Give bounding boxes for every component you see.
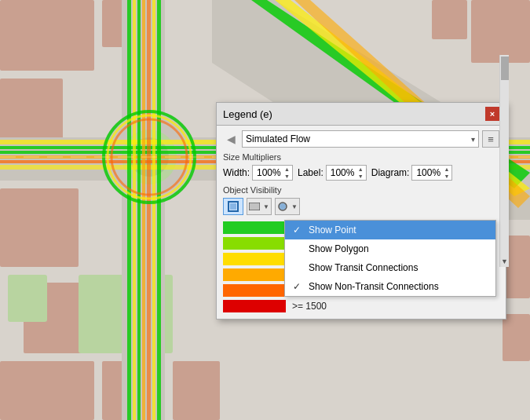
color-bar-yellow bbox=[223, 253, 286, 265]
entry-label-red: >= 1500 bbox=[292, 301, 327, 312]
diagram-down-arrow[interactable]: ▼ bbox=[443, 173, 450, 180]
svg-rect-12 bbox=[8, 275, 47, 322]
width-size-item: Width: 100% ▲ ▼ bbox=[223, 165, 293, 181]
vis-circle-dropdown[interactable]: ▼ bbox=[275, 198, 300, 215]
size-multipliers-row: Width: 100% ▲ ▼ Label: 100% ▲ ▼ bbox=[223, 165, 499, 181]
svg-point-40 bbox=[280, 203, 286, 210]
color-bar-orange bbox=[223, 268, 286, 281]
color-bar-darkorange bbox=[223, 284, 286, 297]
label-size-item: Label: 100% ▲ ▼ bbox=[298, 165, 367, 181]
svg-rect-8 bbox=[173, 361, 220, 420]
label-spinner[interactable]: 100% ▲ ▼ bbox=[326, 165, 367, 181]
dropdown-item-show-point[interactable]: ✓ Show Point bbox=[285, 221, 495, 239]
label-down-arrow[interactable]: ▼ bbox=[357, 173, 364, 180]
legend-entry-red: >= 1500 bbox=[223, 298, 499, 314]
flow-dropdown[interactable]: Simulated Flow ▾ bbox=[242, 130, 479, 148]
svg-rect-10 bbox=[432, 0, 467, 39]
svg-rect-9 bbox=[471, 0, 530, 63]
label-value: 100% bbox=[328, 167, 355, 178]
label-label: Label: bbox=[298, 167, 323, 178]
diagram-spinner[interactable]: 100% ▲ ▼ bbox=[411, 165, 452, 181]
legend-entries: >= 1500 ✓ Show Point Show Polygon Show T… bbox=[223, 220, 499, 314]
flow-dropdown-text: Simulated Flow bbox=[246, 133, 310, 144]
width-down-arrow[interactable]: ▼ bbox=[283, 173, 291, 180]
svg-rect-38 bbox=[250, 203, 259, 210]
scrollbar-thumb bbox=[501, 57, 509, 80]
svg-rect-4 bbox=[0, 188, 79, 267]
check-icon-show-point: ✓ bbox=[293, 225, 304, 236]
color-bar-red bbox=[223, 300, 286, 312]
svg-rect-24 bbox=[137, 0, 141, 420]
legend-body: ◀ Simulated Flow ▾ ≡ Size Multipliers Wi… bbox=[217, 126, 506, 319]
width-spinner-arrows[interactable]: ▲ ▼ bbox=[283, 166, 291, 180]
legend-close-button[interactable]: × bbox=[485, 107, 499, 121]
legend-titlebar: Legend (e) × bbox=[217, 103, 506, 126]
dropdown-item-show-polygon[interactable]: Show Polygon bbox=[285, 239, 495, 258]
dropdown-item-label-show-nontransit: Show Non-Transit Connections bbox=[309, 281, 439, 292]
width-value: 100% bbox=[254, 167, 281, 178]
object-visibility-row: ▼ ▼ bbox=[223, 198, 499, 215]
svg-rect-26 bbox=[147, 0, 151, 420]
vis-square-button[interactable] bbox=[223, 198, 243, 215]
diagram-label: Diagram: bbox=[371, 167, 410, 178]
label-spinner-arrows[interactable]: ▲ ▼ bbox=[357, 166, 364, 180]
svg-rect-1 bbox=[0, 0, 94, 71]
color-bar-yellowgreen bbox=[223, 237, 286, 250]
svg-rect-6 bbox=[0, 361, 94, 420]
legend-title: Legend (e) bbox=[223, 108, 272, 120]
color-bar-green bbox=[223, 221, 286, 234]
svg-rect-28 bbox=[157, 0, 161, 420]
diagram-value: 100% bbox=[414, 167, 440, 178]
diagram-size-item: Diagram: 100% ▲ ▼ bbox=[371, 165, 453, 181]
legend-scrollbar[interactable]: ▼ bbox=[499, 55, 509, 267]
diagram-spinner-arrows[interactable]: ▲ ▼ bbox=[443, 166, 450, 180]
vis-rectangle-dropdown[interactable]: ▼ bbox=[247, 198, 272, 215]
dropdown-item-label-show-transit: Show Transit Connections bbox=[309, 262, 418, 273]
check-icon-show-nontransit: ✓ bbox=[293, 281, 304, 292]
flow-icon: ◀ bbox=[223, 131, 239, 147]
diagram-up-arrow[interactable]: ▲ bbox=[443, 166, 450, 173]
object-visibility-label: Object Visibility bbox=[223, 185, 499, 195]
width-label: Width: bbox=[223, 167, 250, 178]
svg-rect-22 bbox=[127, 0, 131, 420]
dropdown-item-show-transit[interactable]: Show Transit Connections bbox=[285, 258, 495, 277]
dropdown-item-show-nontransit[interactable]: ✓ Show Non-Transit Connections bbox=[285, 277, 495, 296]
size-multipliers-label: Size Multipliers bbox=[223, 152, 499, 162]
label-up-arrow[interactable]: ▲ bbox=[357, 166, 364, 173]
scrollbar-down-arrow[interactable]: ▼ bbox=[501, 257, 508, 265]
dropdown-item-label-show-polygon: Show Polygon bbox=[309, 243, 369, 254]
svg-rect-25 bbox=[142, 0, 145, 420]
object-visibility-dropdown-menu: ✓ Show Point Show Polygon Show Transit C… bbox=[284, 220, 496, 297]
svg-rect-36 bbox=[230, 203, 236, 210]
check-icon-show-transit bbox=[293, 262, 304, 273]
svg-rect-27 bbox=[152, 0, 155, 420]
svg-rect-23 bbox=[133, 0, 136, 420]
dropdown-item-label-show-point: Show Point bbox=[309, 225, 356, 236]
legend-panel: Legend (e) × ◀ Simulated Flow ▾ ≡ Size M… bbox=[216, 102, 506, 320]
grid-icon-button[interactable]: ≡ bbox=[482, 130, 499, 148]
width-spinner[interactable]: 100% ▲ ▼ bbox=[252, 165, 293, 181]
check-icon-show-polygon bbox=[293, 243, 304, 254]
flow-dropdown-arrow: ▾ bbox=[471, 135, 475, 144]
svg-rect-34 bbox=[503, 314, 530, 361]
width-up-arrow[interactable]: ▲ bbox=[283, 166, 291, 173]
flow-dropdown-row: ◀ Simulated Flow ▾ ≡ bbox=[223, 130, 499, 148]
